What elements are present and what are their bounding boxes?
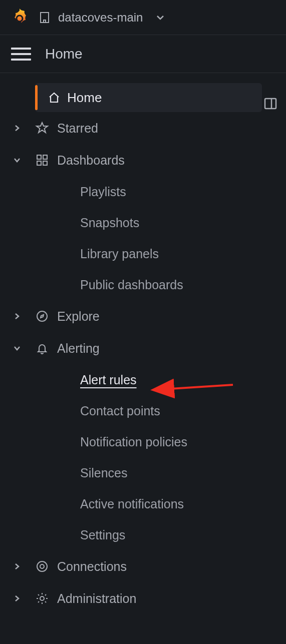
svg-rect-1 <box>41 13 49 23</box>
svg-point-18 <box>37 561 47 571</box>
svg-marker-17 <box>41 315 44 318</box>
nav-sub-snapshots[interactable]: Snapshots <box>0 207 286 238</box>
link-icon <box>27 560 57 573</box>
svg-rect-12 <box>37 155 41 159</box>
nav-item-starred[interactable]: Starred <box>0 112 286 144</box>
breadcrumb-bar: Home <box>0 35 286 73</box>
building-icon <box>38 11 51 24</box>
svg-rect-13 <box>43 155 47 159</box>
nav-label: Connections <box>57 559 127 574</box>
nav-item-dashboards[interactable]: Dashboards <box>0 144 286 176</box>
topbar: datacoves-main <box>0 0 286 35</box>
grafana-logo-icon[interactable] <box>10 8 29 28</box>
gear-icon <box>27 592 57 605</box>
nav-label: Settings <box>80 528 125 542</box>
nav-label: Administration <box>57 591 136 606</box>
svg-rect-9 <box>265 99 276 109</box>
nav-label: Playlists <box>80 185 126 199</box>
svg-point-20 <box>40 596 44 600</box>
nav-item-connections[interactable]: Connections <box>0 550 286 582</box>
org-switcher[interactable]: datacoves-main <box>38 11 167 25</box>
nav-sub-playlists[interactable]: Playlists <box>0 176 286 207</box>
page-title: Home <box>45 46 83 62</box>
nav-sub-active-notifications[interactable]: Active notifications <box>0 488 286 519</box>
nav-item-alerting[interactable]: Alerting <box>0 332 286 364</box>
chevron-right-icon <box>7 562 27 570</box>
menu-toggle-button[interactable] <box>11 44 31 64</box>
chevron-right-icon <box>7 312 27 320</box>
compass-icon <box>27 310 57 323</box>
svg-rect-14 <box>37 161 41 165</box>
nav-item-administration[interactable]: Administration <box>0 582 286 614</box>
nav-sub-settings[interactable]: Settings <box>0 519 286 550</box>
nav-sub-notification-policies[interactable]: Notification policies <box>0 426 286 457</box>
svg-rect-8 <box>44 20 46 23</box>
nav-label: Silences <box>80 466 128 480</box>
nav-label: Snapshots <box>80 216 139 230</box>
svg-point-16 <box>37 311 47 321</box>
star-icon <box>27 122 57 135</box>
nav-sub-silences[interactable]: Silences <box>0 457 286 488</box>
nav-label: Alert rules <box>80 373 137 387</box>
chevron-down-icon <box>7 345 27 351</box>
nav-label: Home <box>67 90 102 106</box>
nav-label: Library panels <box>80 247 159 261</box>
chevron-down-icon <box>154 11 167 24</box>
nav-sub-library-panels[interactable]: Library panels <box>0 238 286 269</box>
nav-label: Active notifications <box>80 497 184 511</box>
svg-marker-11 <box>37 123 48 133</box>
dock-panel-button[interactable] <box>261 94 280 113</box>
bell-icon <box>27 342 57 355</box>
nav-label: Public dashboards <box>80 278 183 292</box>
nav-item-home[interactable]: Home <box>35 83 262 112</box>
sidebar-nav: Home Starred Dashboards Playlists Snapsh… <box>0 73 286 614</box>
nav-sub-public-dashboards[interactable]: Public dashboards <box>0 269 286 300</box>
nav-sub-contact-points[interactable]: Contact points <box>0 395 286 426</box>
nav-label: Alerting <box>57 341 100 356</box>
apps-icon <box>27 154 57 167</box>
nav-label: Explore <box>57 309 100 324</box>
chevron-down-icon <box>7 157 27 163</box>
svg-point-19 <box>40 564 44 568</box>
nav-label: Starred <box>57 121 98 136</box>
org-name: datacoves-main <box>58 11 143 25</box>
nav-label: Notification policies <box>80 435 187 449</box>
svg-rect-15 <box>43 161 47 165</box>
chevron-right-icon <box>7 594 27 602</box>
nav-label: Contact points <box>80 404 160 418</box>
nav-item-explore[interactable]: Explore <box>0 300 286 332</box>
chevron-right-icon <box>7 124 27 132</box>
nav-sub-alert-rules[interactable]: Alert rules <box>0 364 286 395</box>
home-icon <box>41 91 67 104</box>
nav-label: Dashboards <box>57 153 125 168</box>
